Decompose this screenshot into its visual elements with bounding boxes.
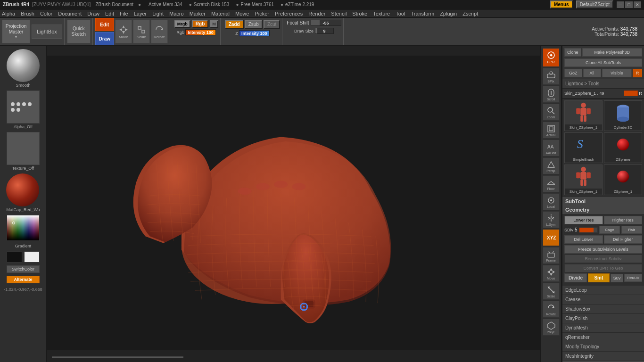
alpha-preview[interactable] [7, 90, 40, 123]
menu-file[interactable]: File [120, 11, 128, 16]
geometry-section-header[interactable]: Geometry [562, 206, 644, 214]
close-button[interactable]: ✕ [634, 1, 641, 8]
higher-res-button[interactable]: Higher Res [604, 216, 643, 224]
subtool-item-zsphere[interactable]: ZSphere [604, 132, 642, 163]
claypolish-button[interactable]: ClayPolish [562, 314, 644, 323]
color-picker[interactable] [7, 215, 40, 241]
xyz-button[interactable]: XYZ [543, 229, 560, 246]
move-button[interactable]: Move [115, 20, 132, 43]
menu-material[interactable]: Material [211, 11, 230, 16]
quick-sketch-button[interactable]: QuickSketch [67, 20, 91, 43]
goz-button[interactable]: GoZ [564, 69, 582, 77]
menu-brush[interactable]: Brush [21, 11, 34, 16]
suv-button[interactable]: Suv [611, 274, 624, 282]
zcut-button[interactable]: Zcut [264, 20, 280, 29]
bpr-button[interactable]: BPR [543, 48, 560, 67]
menu-tool[interactable]: Tool [396, 11, 405, 16]
meshintegrity-button[interactable]: MeshIntegrity [562, 352, 644, 361]
menu-stroke[interactable]: Stroke [352, 11, 367, 16]
subtool-item-zsphere1[interactable]: ZSphere_1 [604, 165, 642, 195]
crease-button[interactable]: Crease [562, 295, 644, 304]
local-button[interactable]: Local [543, 193, 560, 210]
menu-render[interactable]: Render [308, 11, 325, 16]
menu-macro[interactable]: Macro [169, 11, 184, 16]
menu-alpha[interactable]: Alpha [2, 11, 15, 16]
menu-document[interactable]: Document [58, 11, 82, 16]
scale-button[interactable]: Scale [133, 20, 150, 43]
cage-button[interactable]: Cage [599, 226, 620, 234]
subtool-item-simplebrush[interactable]: S SimpleBrush [564, 132, 603, 163]
menu-marker[interactable]: Marker [190, 11, 206, 16]
mrgb-button[interactable]: Mrgb [174, 20, 190, 28]
lightbox-tools-label[interactable]: Lightbox > Tools [562, 79, 644, 89]
rgb-intensity-slider[interactable]: Intensity 100 [185, 29, 216, 35]
del-lower-button[interactable]: Del Lower [564, 235, 603, 244]
menu-preferences[interactable]: Preferences [275, 11, 303, 16]
qremesher-button[interactable]: qRemesher [562, 333, 644, 342]
persp-button[interactable]: Persp [543, 157, 560, 174]
del-higher-button[interactable]: Del Higher [604, 235, 643, 244]
polyf-button[interactable]: PolyF [543, 319, 560, 336]
z-intensity-slider[interactable]: Intensity 100 [239, 30, 270, 36]
r-btn[interactable]: R [633, 69, 642, 77]
rgb-button[interactable]: Rgb [192, 20, 208, 28]
skin-zsphere-bar[interactable] [624, 90, 638, 96]
make-polymesh-button[interactable]: Make PolyMesh3D [582, 48, 642, 57]
shadowbox-button[interactable]: ShadowBox [562, 304, 644, 314]
all-button[interactable]: All [583, 69, 601, 77]
menu-movie[interactable]: Movie [235, 11, 249, 16]
menu-color[interactable]: Color [40, 11, 52, 16]
subtool-item-skin-zsphere1b[interactable]: Skin_ZSphere_1 [564, 165, 603, 195]
menu-layer[interactable]: Layer [134, 11, 147, 16]
scroll-button[interactable]: Scroll [543, 86, 560, 103]
zadd-button[interactable]: Zadd [225, 20, 244, 29]
freeze-subdiv-button[interactable]: Freeze SubDivision Levels [564, 245, 642, 254]
menu-edit[interactable]: Edit [105, 11, 114, 16]
scale-icon-button[interactable]: Scale [543, 283, 560, 300]
draw-button[interactable]: Draw [95, 32, 114, 45]
subtool-item-skin-zsphere1[interactable]: Skin_ZSphere_1 [564, 100, 603, 131]
menu-texture[interactable]: Texture [373, 11, 390, 16]
draw-size-slider[interactable]: 9 [315, 28, 334, 34]
reuv-button[interactable]: ReuUV [624, 274, 642, 282]
switch-color-button[interactable]: SwitchColor [7, 265, 40, 273]
floor-button[interactable]: Floor [543, 175, 560, 192]
convert-bpr-button[interactable]: Convert BPR To Geo [564, 264, 642, 272]
menu-zplugin[interactable]: Zplugin [440, 11, 457, 16]
actual-button[interactable]: Actual [543, 122, 560, 139]
lsym-button[interactable]: L.Sym [543, 211, 560, 228]
subtool-section-header[interactable]: SubTool [562, 197, 644, 206]
dynamesh-button[interactable]: DynaMesh [562, 323, 644, 333]
rotate-button[interactable]: Rotate [151, 20, 168, 43]
brush-preview[interactable] [7, 49, 40, 82]
zoom-button[interactable]: Zoom [543, 104, 560, 121]
alternate-button[interactable]: Alternate [7, 276, 40, 283]
visible-button[interactable]: Visible [602, 69, 632, 77]
menu-zscript[interactable]: Zscript [462, 11, 478, 16]
clone-all-subtools-button[interactable]: Clone All SubTools [564, 58, 642, 67]
subtool-item-cylinder3d[interactable]: Cylinder3D [604, 100, 642, 131]
move-icon-button[interactable]: Move [543, 265, 560, 282]
aahalf-button[interactable]: AA AAHalf [543, 140, 560, 156]
menu-draw[interactable]: Draw [87, 11, 99, 16]
m-button[interactable]: M [210, 20, 218, 28]
white-swatch[interactable] [24, 251, 40, 263]
smt-button[interactable]: Smt [588, 273, 610, 282]
material-preview[interactable] [6, 173, 39, 206]
focal-shift-slider[interactable]: -55 [311, 20, 341, 26]
menu-stencil[interactable]: Stencil [331, 11, 347, 16]
modify-topology-button[interactable]: Modify Topology [562, 342, 644, 352]
minimize-button[interactable]: ─ [617, 1, 624, 8]
spix-button[interactable]: SPix [543, 68, 560, 85]
rstr-button[interactable]: Rstr [621, 226, 642, 234]
menu-transform[interactable]: Transform [411, 11, 434, 16]
black-swatch[interactable] [7, 251, 22, 263]
canvas-area[interactable]: ▬▬▬▬▬▬▬▬▬▬▬▬▬▬▬▬▬▬▬▬▬▬▬▬▬▬▬▬▬▬▬ [47, 46, 540, 362]
edit-button[interactable]: Edit [95, 18, 114, 31]
lightbox-button[interactable]: LightBox [32, 25, 62, 39]
projection-master-button[interactable]: ProjectionMaster ▼ [2, 20, 30, 43]
sdiv-bar[interactable] [579, 227, 598, 233]
reconstruct-subdiv-button[interactable]: Reconstruct Subdiv [564, 255, 642, 263]
clone-button[interactable]: Clone [564, 48, 581, 57]
default-zscript-button[interactable]: DefaultZScript [576, 0, 613, 8]
